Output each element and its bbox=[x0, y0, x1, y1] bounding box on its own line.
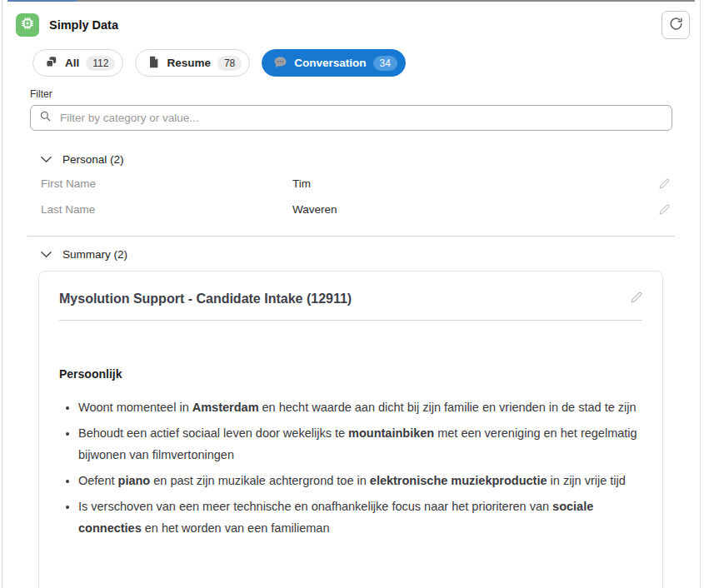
tab-bar: All 112 Resume 78 Conversa bbox=[2, 46, 700, 77]
top-border bbox=[7, 0, 695, 2]
panel: Simply Data All 112 bbox=[2, 0, 701, 588]
field-row-first-name: First Name Tim bbox=[2, 171, 700, 197]
app-logo bbox=[16, 13, 39, 37]
refresh-button[interactable] bbox=[662, 11, 690, 39]
summary-bullet: Is verschoven van een meer technische en… bbox=[78, 496, 642, 539]
filter-label: Filter bbox=[30, 88, 672, 100]
field-value: Tim bbox=[292, 177, 659, 190]
copy-icon bbox=[44, 55, 58, 72]
count-badge: 78 bbox=[217, 56, 242, 71]
card-title-row: Mysolution Support - Candidate Intake (1… bbox=[59, 292, 642, 321]
chat-icon bbox=[273, 55, 287, 72]
section-divider bbox=[27, 236, 675, 237]
refresh-icon bbox=[669, 17, 683, 33]
field-label: Last Name bbox=[41, 203, 292, 216]
summary-bullet: Woont momenteel in Amsterdam en hecht wa… bbox=[78, 396, 642, 418]
summary-bullet: Oefent piano en past zijn muzikale achte… bbox=[78, 470, 642, 491]
tab-label: Conversation bbox=[294, 57, 366, 69]
count-badge: 34 bbox=[373, 56, 397, 71]
filter-block: Filter bbox=[2, 77, 700, 131]
tab-conversation[interactable]: Conversation 34 bbox=[262, 49, 406, 77]
chevron-down-icon bbox=[41, 153, 52, 166]
card-title: Mysolution Support - Candidate Intake (1… bbox=[59, 292, 352, 306]
edit-icon[interactable] bbox=[659, 178, 670, 189]
section-title: Personal (2) bbox=[62, 153, 124, 166]
section-header-personal[interactable]: Personal (2) bbox=[41, 153, 700, 166]
tab-resume[interactable]: Resume 78 bbox=[135, 49, 250, 77]
header: Simply Data bbox=[2, 2, 700, 46]
tab-all[interactable]: All 112 bbox=[32, 49, 123, 77]
card-section-heading: Persoonlijk bbox=[59, 367, 642, 381]
edit-icon[interactable] bbox=[659, 204, 670, 215]
top-border-accent bbox=[7, 0, 77, 2]
field-value: Waveren bbox=[292, 203, 659, 216]
summary-bullet-list: Woont momenteel in Amsterdam en hecht wa… bbox=[59, 396, 642, 539]
document-icon bbox=[147, 55, 160, 72]
tab-label: Resume bbox=[167, 57, 211, 69]
chevron-down-icon bbox=[41, 248, 52, 261]
search-icon bbox=[39, 110, 52, 126]
summary-bullet: Behoudt een actief sociaal leven door we… bbox=[78, 422, 642, 466]
tab-label: All bbox=[65, 57, 79, 69]
filter-input-container bbox=[30, 105, 672, 131]
page-title: Simply Data bbox=[49, 18, 118, 32]
section-title: Summary (2) bbox=[62, 248, 127, 261]
field-label: First Name bbox=[41, 177, 292, 190]
chip-icon bbox=[19, 15, 36, 35]
filter-input[interactable] bbox=[58, 111, 663, 125]
section-header-summary[interactable]: Summary (2) bbox=[41, 248, 700, 261]
field-row-last-name: Last Name Waveren bbox=[2, 197, 700, 222]
summary-card: Mysolution Support - Candidate Intake (1… bbox=[38, 271, 663, 588]
edit-icon[interactable] bbox=[631, 292, 642, 303]
count-badge: 112 bbox=[86, 56, 115, 71]
